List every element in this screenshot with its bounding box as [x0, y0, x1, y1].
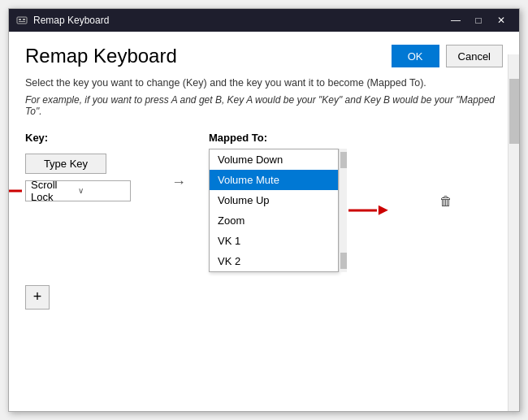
add-mapping-button[interactable]: +: [25, 285, 50, 310]
red-arrow-mapped-line: [348, 209, 377, 211]
svg-rect-2: [23, 19, 25, 20]
title-bar: Remap Keyboard — □ ✕: [9, 9, 519, 32]
red-arrow-key-line: [9, 189, 22, 192]
content-area: OK Cancel Remap Keyboard Select the key …: [9, 32, 519, 411]
ok-button[interactable]: OK: [392, 45, 439, 67]
arrow-section: →: [155, 174, 209, 191]
scrollbar-thumb-bottom: [340, 253, 347, 269]
red-arrow-mapped-icon: ◄: [375, 201, 392, 219]
mapped-section: Mapped To: Volume Down Volume Mute Volum…: [209, 132, 339, 272]
list-item[interactable]: Volume Up: [210, 190, 338, 210]
list-item[interactable]: Volume Down: [210, 149, 338, 170]
key-label: Key:: [25, 132, 155, 144]
svg-rect-0: [17, 17, 27, 24]
window-scroll-thumb: [509, 79, 519, 144]
delete-icon: 🗑: [439, 194, 452, 208]
list-item[interactable]: Volume Mute: [210, 170, 338, 190]
key-section: Key: Type Key Scroll Lock ∨ ◄: [25, 132, 155, 201]
main-window: Remap Keyboard — □ ✕ OK Cancel Remap Key…: [8, 8, 520, 412]
window-title: Remap Keyboard: [33, 15, 444, 26]
svg-rect-1: [19, 19, 21, 20]
instruction-example: For example, if you want to press A and …: [25, 94, 503, 117]
cancel-button[interactable]: Cancel: [446, 45, 503, 67]
list-item[interactable]: Zoom: [210, 210, 338, 231]
key-dropdown-value: Scroll Lock: [31, 179, 78, 203]
key-dropdown[interactable]: Scroll Lock ∨: [25, 180, 131, 201]
dropdown-scrollbar[interactable]: [339, 149, 347, 272]
scrollbar-thumb-top: [340, 152, 347, 168]
mapped-dropdown-list: Volume Down Volume Mute Volume Up Zoom V…: [209, 149, 339, 272]
dropdown-arrow-icon: ∨: [78, 186, 125, 195]
dropdown-container: Volume Down Volume Mute Volume Up Zoom V…: [209, 149, 339, 272]
mapped-label: Mapped To:: [209, 132, 339, 144]
list-item[interactable]: VK 2: [210, 251, 338, 271]
instruction-text: Select the key you want to change (Key) …: [25, 76, 503, 91]
window-scrollbar[interactable]: [508, 54, 519, 411]
red-arrow-mapped: ◄: [348, 201, 392, 219]
delete-button[interactable]: 🗑: [439, 194, 452, 209]
maximize-button[interactable]: □: [467, 9, 490, 32]
close-button[interactable]: ✕: [490, 9, 513, 32]
window-icon: [15, 14, 28, 27]
type-key-button[interactable]: Type Key: [25, 154, 106, 174]
svg-rect-3: [19, 21, 25, 22]
mapping-arrow-icon: →: [171, 174, 186, 191]
top-actions: OK Cancel: [392, 45, 503, 67]
window-controls: — □ ✕: [444, 9, 513, 32]
mapping-area: Key: Type Key Scroll Lock ∨ ◄ →: [25, 132, 503, 272]
minimize-button[interactable]: —: [444, 9, 467, 32]
list-item[interactable]: VK 1: [210, 231, 338, 251]
